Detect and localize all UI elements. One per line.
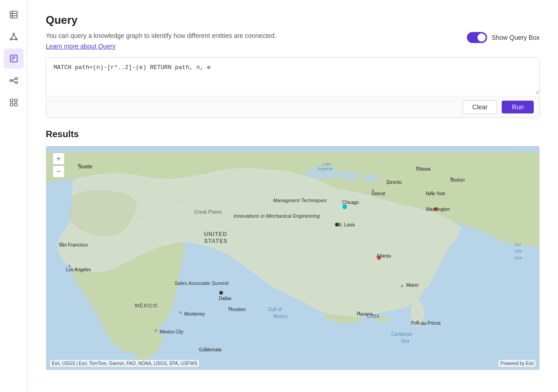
marker-detroit [372,189,374,191]
svg-rect-15 [15,78,17,79]
marker-guatemala [204,347,206,349]
table-icon [9,10,18,19]
svg-point-25 [338,172,360,180]
svg-point-26 [362,175,379,182]
svg-line-18 [12,81,15,82]
marker-havana [357,311,359,314]
svg-line-8 [14,35,16,38]
marker-monterrey [179,311,182,314]
marker-port-au-prince [416,321,418,323]
sidebar-item-grid[interactable] [4,92,24,113]
description-block: You can query a knowledge graph to ident… [46,31,276,50]
map-attribution-right: Powered by Esri [498,360,536,367]
marker-seattle [78,164,81,166]
map-svg [46,146,539,370]
toggle-area: Show Query Box [467,32,540,43]
sidebar-item-network[interactable] [4,27,24,47]
description-row: You can query a knowledge graph to ident… [46,31,540,50]
svg-line-7 [11,35,14,38]
sidebar-item-schema[interactable] [4,70,24,91]
sidebar [0,0,27,392]
svg-line-17 [12,79,15,81]
main-content: Query You can query a knowledge graph to… [27,0,558,392]
description-text: You can query a knowledge graph to ident… [46,31,276,41]
map-container: + − Seattle San Francisco Los Angeles Da… [46,146,540,370]
sidebar-item-table[interactable] [4,5,24,25]
svg-rect-20 [14,99,17,102]
schema-icon [9,76,18,85]
query-toolbar: Clear Run [46,96,539,118]
sidebar-item-query[interactable] [4,48,24,69]
results-title: Results [46,129,540,140]
run-button[interactable]: Run [502,101,534,113]
toggle-track [467,32,487,43]
svg-point-4 [13,33,14,35]
query-box: Clear Run [46,57,540,118]
marker-ottawa [416,166,418,169]
svg-rect-16 [15,82,17,83]
marker-new-york [431,191,433,193]
zoom-out-button[interactable]: − [53,166,65,177]
svg-rect-14 [10,80,12,81]
svg-rect-21 [10,103,13,106]
map-attribution-left: Esri, USGS | Esri, TomTom, Garmin, FAO, … [50,360,199,367]
clear-button[interactable]: Clear [463,100,497,114]
show-query-box-toggle[interactable] [467,32,487,43]
query-textarea[interactable] [46,58,539,94]
svg-rect-19 [10,99,13,102]
svg-rect-22 [14,103,17,106]
svg-rect-0 [10,11,17,18]
grid-icon [9,98,18,107]
learn-more-link[interactable]: Learn more about Query [46,43,276,50]
toggle-label: Show Query Box [492,34,540,41]
toggle-thumb [477,33,486,42]
page-title: Query [46,14,540,27]
svg-point-24 [306,166,341,179]
network-icon [9,32,18,41]
map-controls: + − [53,153,65,177]
zoom-in-button[interactable]: + [53,153,65,165]
query-icon [9,54,18,63]
